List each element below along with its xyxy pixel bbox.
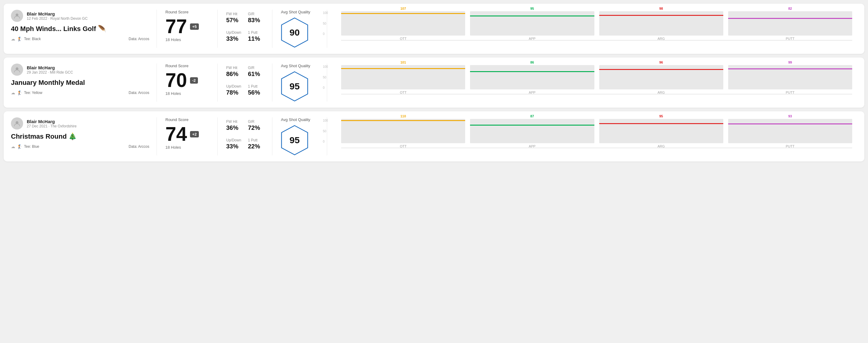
chart-axis-label: PUTT bbox=[786, 145, 795, 148]
fw-hit-label: FW Hit bbox=[226, 120, 242, 124]
oneputt-label: 1 Putt bbox=[248, 138, 264, 142]
updown-value: 33% bbox=[226, 35, 242, 42]
date-course: 29 Jan 2022 · Mill Ride GCC bbox=[27, 70, 73, 74]
chart-value-label: 82 bbox=[788, 7, 792, 10]
round-title: January Monthly Medal bbox=[11, 79, 149, 87]
score-number: 70 bbox=[165, 70, 187, 90]
score-main: 74 +2 bbox=[165, 124, 209, 144]
quality-label: Avg Shot Quality bbox=[281, 10, 310, 14]
chart-axis-label: ARG bbox=[658, 91, 665, 94]
golf-bag-icon: 🏌 bbox=[17, 36, 22, 41]
chart-value-label: 107 bbox=[400, 7, 406, 10]
chart-axis-label: OTT bbox=[400, 91, 406, 94]
chart-section: 100 50 0 101 OTT 86 APP 96 bbox=[327, 64, 857, 101]
score-holes: 18 Holes bbox=[165, 37, 209, 42]
updown-value: 33% bbox=[226, 143, 242, 150]
chart-axis-label: ARG bbox=[658, 145, 665, 148]
bar-line bbox=[728, 68, 852, 69]
stats-grid: FW Hit 36% GIR 72% Up/Down 33% 1 Putt 22… bbox=[226, 120, 264, 154]
chart-axis-label: OTT bbox=[400, 37, 406, 40]
score-section: Round Score 74 +2 18 Holes bbox=[157, 117, 218, 155]
chart-value-label: 110 bbox=[400, 114, 406, 118]
gir-stat: GIR 83% bbox=[248, 12, 264, 24]
quality-label: Avg Shot Quality bbox=[281, 117, 310, 122]
updown-stat: Up/Down 33% bbox=[226, 138, 242, 150]
data-source: Data: Arccos bbox=[129, 145, 149, 149]
round-score-label: Round Score bbox=[165, 117, 209, 122]
chart-value-label: 93 bbox=[788, 114, 792, 118]
quality-score: 95 bbox=[289, 81, 300, 92]
stats-grid: FW Hit 57% GIR 83% Up/Down 33% 1 Putt 11… bbox=[226, 12, 264, 46]
score-number: 77 bbox=[165, 17, 187, 36]
round-title: 40 Mph Winds... Links Golf 🪶 bbox=[11, 25, 149, 33]
svg-point-4 bbox=[16, 121, 19, 124]
tee-data: ☁ 🏌 Tee: Blue Data: Arccos bbox=[11, 144, 149, 149]
bar-wrapper bbox=[470, 119, 594, 143]
round-title: Christmas Round 🎄 bbox=[11, 132, 149, 141]
weather-icon: ☁ bbox=[11, 36, 15, 41]
chart-value-label: 87 bbox=[530, 114, 534, 118]
chart-column: 95 ARG bbox=[599, 114, 723, 148]
stats-section: FW Hit 36% GIR 72% Up/Down 33% 1 Putt 22… bbox=[218, 117, 272, 155]
weather-icon: ☁ bbox=[11, 90, 15, 95]
round-card: Blair McHarg 12 Feb 2022 · Royal North D… bbox=[4, 4, 864, 54]
gir-stat: GIR 61% bbox=[248, 66, 264, 77]
avatar bbox=[11, 64, 23, 76]
bar-line bbox=[341, 13, 465, 14]
chart-value-label: 95 bbox=[530, 7, 534, 10]
updown-stat: Up/Down 33% bbox=[226, 30, 242, 42]
avatar bbox=[11, 10, 23, 22]
gir-value: 72% bbox=[248, 124, 264, 131]
score-holes: 18 Holes bbox=[165, 145, 209, 150]
chart-column: 99 PUTT bbox=[728, 61, 852, 94]
quality-section: Avg Shot Quality 95 bbox=[272, 64, 327, 101]
oneputt-value: 56% bbox=[248, 89, 264, 96]
chart-axis-label: PUTT bbox=[786, 37, 795, 40]
oneputt-value: 11% bbox=[248, 35, 264, 42]
score-section: Round Score 77 +5 18 Holes bbox=[157, 10, 218, 48]
player-name: Blair McHarg bbox=[27, 65, 73, 70]
data-source: Data: Arccos bbox=[129, 91, 149, 95]
quality-section: Avg Shot Quality 90 bbox=[272, 10, 327, 48]
player-header: Blair McHarg 27 Dec 2021 · The Oxfordshi… bbox=[11, 117, 149, 129]
svg-point-2 bbox=[16, 67, 19, 70]
fw-hit-value: 57% bbox=[226, 17, 242, 24]
hexagon: 95 bbox=[281, 125, 308, 155]
bar-line bbox=[470, 125, 594, 126]
svg-point-0 bbox=[16, 14, 19, 17]
fw-hit-label: FW Hit bbox=[226, 12, 242, 16]
bar-line bbox=[470, 71, 594, 72]
updown-stat: Up/Down 78% bbox=[226, 84, 242, 96]
data-source: Data: Arccos bbox=[129, 37, 149, 41]
bar-wrapper bbox=[728, 65, 852, 89]
stats-section: FW Hit 86% GIR 61% Up/Down 78% 1 Putt 56… bbox=[218, 64, 272, 101]
gir-stat: GIR 72% bbox=[248, 120, 264, 131]
fw-hit-value: 86% bbox=[226, 70, 242, 77]
bar-wrapper bbox=[470, 11, 594, 36]
score-main: 70 -2 bbox=[165, 70, 209, 90]
round-left-section: Blair McHarg 12 Feb 2022 · Royal North D… bbox=[11, 10, 157, 48]
tee-label: Tee: Yellow bbox=[24, 91, 42, 95]
fw-hit-label: FW Hit bbox=[226, 66, 242, 70]
chart-axis-label: APP bbox=[529, 37, 535, 40]
tee-label: Tee: Blue bbox=[24, 145, 39, 149]
tee-data: ☁ 🏌 Tee: Black Data: Arccos bbox=[11, 36, 149, 41]
round-score-label: Round Score bbox=[165, 64, 209, 68]
player-info: Blair McHarg 29 Jan 2022 · Mill Ride GCC bbox=[27, 65, 73, 74]
chart-section: 100 50 0 107 OTT 95 APP 98 bbox=[327, 10, 857, 48]
gir-label: GIR bbox=[248, 12, 264, 16]
bar-line bbox=[470, 15, 594, 17]
bar-wrapper bbox=[728, 11, 852, 36]
bar-wrapper bbox=[341, 11, 465, 36]
player-header: Blair McHarg 12 Feb 2022 · Royal North D… bbox=[11, 10, 149, 22]
tee-info: ☁ 🏌 Tee: Black bbox=[11, 36, 41, 41]
bar-line bbox=[341, 120, 465, 121]
player-header: Blair McHarg 29 Jan 2022 · Mill Ride GCC bbox=[11, 64, 149, 76]
chart-value-label: 95 bbox=[659, 114, 663, 118]
bar-wrapper bbox=[341, 65, 465, 89]
score-section: Round Score 70 -2 18 Holes bbox=[157, 64, 218, 101]
score-badge: +5 bbox=[190, 23, 199, 30]
round-card: Blair McHarg 27 Dec 2021 · The Oxfordshi… bbox=[4, 111, 864, 161]
golf-bag-icon: 🏌 bbox=[17, 90, 22, 95]
fw-hit-stat: FW Hit 36% bbox=[226, 120, 242, 131]
